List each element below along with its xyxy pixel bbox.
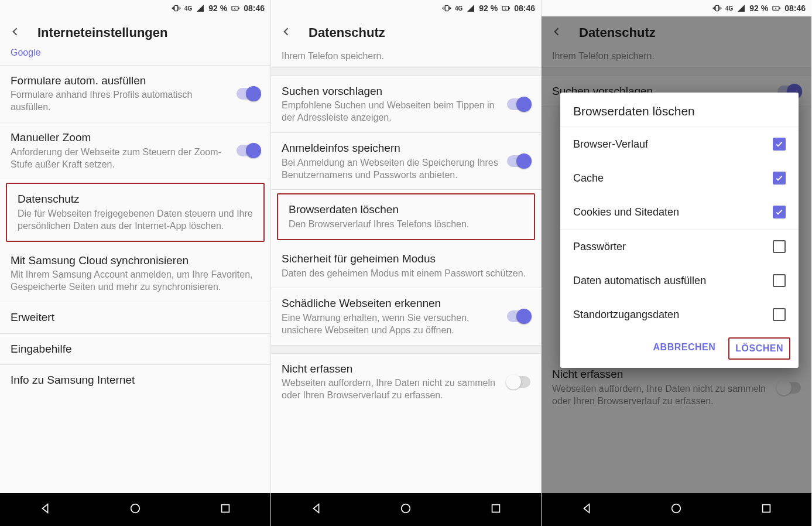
nav-back[interactable] <box>580 502 593 517</box>
checkbox-checked-icon[interactable] <box>773 138 786 151</box>
back-button[interactable] <box>280 26 292 40</box>
nav-recent[interactable] <box>219 502 232 517</box>
row-autofill-forms[interactable]: Formulare autom. ausfüllen Formulare anh… <box>0 66 270 122</box>
vibrate-icon <box>172 4 181 13</box>
signal-icon <box>736 4 746 13</box>
row-harmful-sites[interactable]: Schädliche Webseiten erkennen Eine Warnu… <box>271 288 541 345</box>
dialog-item-1[interactable]: Cache <box>560 161 799 195</box>
search-engine-value: Google <box>11 49 260 59</box>
checkbox-icon[interactable] <box>773 274 786 287</box>
nav-recent[interactable] <box>760 502 773 517</box>
dialog-confirm-button[interactable]: LÖSCHEN <box>728 337 790 360</box>
row-default-search-engine[interactable]: Standardsuchmaschine Google <box>0 49 270 66</box>
dialog-actions: ABBRECHEN LÖSCHEN <box>560 332 799 368</box>
clock-text: 08:46 <box>244 4 265 13</box>
status-bar: 4G 92 % 08:46 <box>0 0 270 16</box>
app-bar: Datenschutz <box>271 16 541 49</box>
clock-text: 08:46 <box>784 4 806 13</box>
battery-charging-icon <box>501 4 511 13</box>
checkbox-icon[interactable] <box>773 240 786 253</box>
dialog-item-label: Daten automatisch ausfüllen <box>573 275 706 287</box>
dialog-item-0[interactable]: Browser-Verlauf <box>560 127 799 161</box>
row-cutoff[interactable]: Ihrem Telefon speichern. <box>271 49 541 68</box>
dialog-item-label: Passwörter <box>573 241 626 253</box>
svg-rect-7 <box>492 505 500 513</box>
dialog-item-label: Standortzugangsdaten <box>573 309 679 321</box>
row-search-suggest[interactable]: Suchen vorschlagen Empfohlene Suchen und… <box>271 76 541 133</box>
android-navbar <box>0 493 270 526</box>
phone-screen-1: 4G 92 % 08:46 Interneteinstellungen Stan… <box>0 0 270 526</box>
svg-point-6 <box>402 504 410 513</box>
nav-back[interactable] <box>39 502 52 517</box>
network-label: 4G <box>455 5 462 12</box>
row-secret-mode-security[interactable]: Sicherheit für geheimen Modus Daten des … <box>271 244 541 288</box>
nav-back[interactable] <box>310 502 323 517</box>
clock-text: 08:46 <box>514 4 535 13</box>
network-label: 4G <box>725 5 733 12</box>
dialog-item-4[interactable]: Daten automatisch ausfüllen <box>560 264 799 298</box>
vibrate-icon <box>712 4 722 13</box>
checkbox-checked-icon[interactable] <box>773 172 786 185</box>
app-bar: Interneteinstellungen <box>0 16 270 49</box>
vibrate-icon <box>442 4 451 13</box>
row-samsung-cloud[interactable]: Mit Samsung Cloud synchronisieren Mit Ih… <box>0 245 270 302</box>
phone-screen-2: 4G 92 % 08:46 Datenschutz Ihrem Telefon … <box>270 0 541 526</box>
row-privacy[interactable]: Datenschutz Die für Webseiten freigegebe… <box>6 183 265 241</box>
battery-charging-icon <box>772 4 781 13</box>
settings-list: Standardsuchmaschine Google Formulare au… <box>0 49 270 493</box>
status-bar: 4G 92 % 08:46 <box>271 0 541 16</box>
dialog-title: Browserdaten löschen <box>560 93 799 127</box>
toggle-autofill[interactable] <box>237 88 260 100</box>
status-bar: 4G 92 % 08:46 <box>542 0 811 16</box>
row-manual-zoom[interactable]: Manueller Zoom Anforderung der Webseite … <box>0 122 270 179</box>
svg-rect-3 <box>222 505 229 513</box>
svg-rect-4 <box>445 5 448 11</box>
phone-screen-3: 4G 92 % 08:46 Datenschutz Ihrem Telefon … <box>541 0 811 526</box>
dialog-item-label: Cache <box>573 172 604 185</box>
nav-home[interactable] <box>399 502 412 517</box>
dialog-item-3[interactable]: Passwörter <box>560 230 799 264</box>
dialog-cancel-button[interactable]: ABBRECHEN <box>647 337 722 360</box>
battery-text: 92 % <box>208 4 227 13</box>
back-button[interactable] <box>9 26 21 40</box>
battery-charging-icon <box>231 4 240 13</box>
network-label: 4G <box>184 5 192 12</box>
dialog-item-label: Cookies und Sitedaten <box>573 206 679 218</box>
signal-icon <box>466 4 475 13</box>
dialog-item-5[interactable]: Standortzugangsdaten <box>560 298 799 332</box>
checkbox-icon[interactable] <box>773 308 786 321</box>
clear-data-dialog: Browserdaten löschen Browser-VerlaufCach… <box>560 93 799 368</box>
toggle-dnt[interactable] <box>507 376 530 388</box>
row-accessibility[interactable]: Eingabehilfe <box>0 334 270 366</box>
row-save-signin[interactable]: Anmeldeinfos speichern Bei Anmeldung an … <box>271 133 541 190</box>
row-advanced[interactable]: Erweitert <box>0 302 270 334</box>
battery-text: 92 % <box>749 4 768 13</box>
section-gap <box>271 346 541 354</box>
nav-home[interactable] <box>670 502 683 517</box>
nav-home[interactable] <box>129 502 142 517</box>
row-clear-browsing-data[interactable]: Browserdaten löschen Den Browserverlauf … <box>277 193 535 240</box>
toggle-zoom[interactable] <box>237 145 260 156</box>
nav-recent[interactable] <box>489 502 502 517</box>
svg-point-10 <box>672 504 681 513</box>
toggle-suggest[interactable] <box>507 98 530 110</box>
android-navbar <box>542 493 811 526</box>
svg-rect-11 <box>763 505 770 513</box>
page-title: Datenschutz <box>309 25 385 40</box>
row-do-not-track[interactable]: Nicht erfassen Webseiten auffordern, Ihr… <box>271 354 541 410</box>
row-about[interactable]: Info zu Samsung Internet <box>0 365 270 396</box>
dialog-item-2[interactable]: Cookies und Sitedaten <box>560 195 799 229</box>
android-navbar <box>271 493 541 526</box>
settings-list: Ihrem Telefon speichern. Suchen vorschla… <box>271 49 541 493</box>
svg-point-2 <box>131 504 140 513</box>
svg-rect-0 <box>174 5 177 11</box>
page-title: Interneteinstellungen <box>37 25 167 40</box>
toggle-signin[interactable] <box>507 155 530 167</box>
dialog-item-label: Browser-Verlauf <box>573 138 648 151</box>
svg-rect-8 <box>715 5 718 11</box>
section-gap <box>271 68 541 76</box>
checkbox-checked-icon[interactable] <box>773 206 786 218</box>
battery-text: 92 % <box>479 4 498 13</box>
signal-icon <box>196 4 205 13</box>
toggle-harmful[interactable] <box>507 310 530 322</box>
